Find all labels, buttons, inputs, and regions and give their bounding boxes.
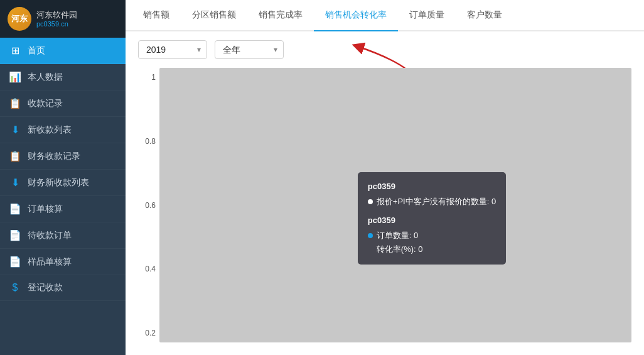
tooltip-section-2: pc0359 订单数量: 0 转化率(%): 0 [368,214,496,256]
tooltip-label-3: 转化率(%): 0 [377,244,423,254]
tab-customers[interactable]: 客户数量 [456,0,513,31]
tooltip-title-2: pc0359 [368,214,496,227]
sidebar-item-label: 待收款订单 [28,230,72,241]
content-area: 2017 2018 2019 2020 全年 Q1 Q2 Q3 Q4 [126,31,644,355]
chart-tooltip: pc0359 报价+PI中客户没有报价的数量: 0 pc0359 订单数量: 0 [358,172,506,264]
tooltip-section-1: pc0359 报价+PI中客户没有报价的数量: 0 [368,180,496,209]
logo-sub: pc0359.cn [36,20,77,28]
sidebar-item-pending[interactable]: 📄 待收款订单 [0,222,126,249]
chart-container: 1 0.8 0.6 0.4 0.2 pc0359 报价+PI中客户没有报价的数量… [159,68,631,342]
period-select[interactable]: 全年 Q1 Q2 Q3 Q4 [215,40,284,59]
sample-icon: 📄 [9,256,21,268]
tooltip-item-2: 订单数量: 0 [368,229,496,243]
y-label-1: 1 [151,73,156,82]
pending-icon: 📄 [9,229,21,241]
sidebar-item-label: 收款记录 [28,98,63,109]
tab-region-sales[interactable]: 分区销售额 [181,0,247,31]
logo-text-block: 河东软件园 pc0359.cn [36,10,77,28]
y-axis: 1 0.8 0.6 0.4 0.2 [137,68,156,342]
top-nav: 销售额 分区销售额 销售完成率 销售机会转化率 订单质量 客户数量 [126,0,644,31]
sidebar-item-finance-receipts[interactable]: 📋 财务收款记录 [0,143,126,170]
dot-white-icon [368,199,373,204]
order-icon: 📄 [9,203,21,215]
tooltip-item-1: 报价+PI中客户没有报价的数量: 0 [368,195,496,209]
sidebar-header: 河东 河东软件园 pc0359.cn [0,0,126,38]
sidebar-item-label: 登记收款 [28,282,63,293]
period-select-wrapper: 全年 Q1 Q2 Q3 Q4 [215,40,284,59]
finance-icon: 📋 [9,150,21,162]
tooltip-label-1: 报价+PI中客户没有报价的数量: 0 [377,195,496,209]
tooltip-item-3: 转化率(%): 0 [377,243,496,256]
y-label-08: 0.8 [145,137,156,146]
sidebar-item-sample[interactable]: 📄 样品单核算 [0,249,126,275]
home-icon: ⊞ [9,45,21,57]
sidebar-item-receipts[interactable]: 📋 收款记录 [0,90,126,117]
tab-conversion[interactable]: 销售机会转化率 [314,0,398,31]
sidebar: 河东 河东软件园 pc0359.cn ⊞ 首页 📊 本人数据 📋 收款记录 ⬇ … [0,0,126,355]
finance-new-icon: ⬇ [9,177,21,188]
sidebar-item-register[interactable]: $ 登记收款 [0,275,126,301]
sidebar-item-label: 首页 [28,45,45,57]
dollar-icon: $ [9,282,21,293]
download-icon: ⬇ [9,124,21,136]
filter-bar: 2017 2018 2019 2020 全年 Q1 Q2 Q3 Q4 [126,31,644,68]
receipt-icon: 📋 [9,97,21,109]
tooltip-label-2: 订单数量: 0 [377,229,418,243]
logo-icon: 河东 [8,7,31,31]
sidebar-item-label: 本人数据 [28,72,63,83]
tooltip-title-1: pc0359 [368,180,496,194]
sidebar-item-personal[interactable]: 📊 本人数据 [0,64,126,90]
y-label-04: 0.4 [145,265,156,273]
sidebar-item-finance-new[interactable]: ⬇ 财务新收款列表 [0,170,126,196]
tab-quality[interactable]: 订单质量 [398,0,456,31]
y-label-02: 0.2 [145,329,156,337]
dot-blue-icon [368,233,373,238]
sidebar-item-home[interactable]: ⊞ 首页 [0,38,126,64]
chart-icon: 📊 [9,71,21,83]
sidebar-item-label: 样品单核算 [28,256,72,268]
chart-background: pc0359 报价+PI中客户没有报价的数量: 0 pc0359 订单数量: 0 [159,68,631,342]
y-label-06: 0.6 [145,201,156,210]
sidebar-item-label: 订单核算 [28,204,63,215]
tab-completion[interactable]: 销售完成率 [247,0,314,31]
sidebar-item-new-receipts[interactable]: ⬇ 新收款列表 [0,117,126,143]
sidebar-item-label: 财务新收款列表 [28,177,89,188]
sidebar-menu: ⊞ 首页 📊 本人数据 📋 收款记录 ⬇ 新收款列表 📋 财务收款记录 ⬇ 财务… [0,38,126,355]
sidebar-item-label: 新收款列表 [28,124,72,136]
year-select-wrapper: 2017 2018 2019 2020 [138,40,207,59]
tab-sales[interactable]: 销售额 [132,0,181,31]
year-select[interactable]: 2017 2018 2019 2020 [138,40,207,59]
main-content: 销售额 分区销售额 销售完成率 销售机会转化率 订单质量 客户数量 2017 2… [126,0,644,355]
sidebar-item-label: 财务收款记录 [28,151,80,162]
sidebar-item-order-calc[interactable]: 📄 订单核算 [0,196,126,222]
logo-name: 河东软件园 [36,10,77,21]
